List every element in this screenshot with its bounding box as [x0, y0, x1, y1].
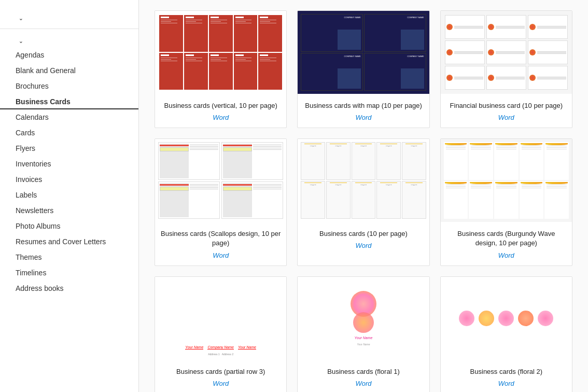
template-title-map-10: Business cards with map (10 per page) [303, 101, 424, 110]
template-thumbnail-financial [441, 11, 572, 94]
template-info-floral2: Business cards (floral 2)Word [441, 360, 572, 392]
template-app-map-10: Word [303, 114, 424, 121]
sidebar-item-timelines[interactable]: Timelines [0, 265, 138, 281]
sidebar-item-cards[interactable]: Cards [0, 125, 138, 141]
template-app-vertical-10: Word [160, 114, 281, 121]
template-info-map-10: Business cards with map (10 per page)Wor… [298, 94, 429, 128]
template-title-partial1: Business cards (partial row 3) [160, 367, 281, 376]
sidebar-item-agendas[interactable]: Agendas [0, 47, 138, 63]
sidebar-item-calendars[interactable]: Calendars [0, 109, 138, 125]
template-app-burgundy-10: Word [446, 251, 567, 259]
template-title-plain-10: Business cards (10 per page) [303, 229, 424, 239]
template-thumbnail-floral2 [441, 277, 572, 360]
browse-chevron-icon: ⌄ [19, 38, 23, 44]
template-card-floral2[interactable]: Business cards (floral 2)Word [440, 276, 572, 392]
template-info-burgundy-10: Business cards (Burgundy Wave design, 10… [441, 222, 572, 265]
browse-header: ⌄ [0, 33, 138, 47]
template-title-floral2: Business cards (floral 2) [446, 367, 567, 376]
template-card-financial-10[interactable]: Financial business card (10 per page)Wor… [440, 10, 572, 128]
template-info-floral1: Business cards (floral 1)Word [298, 360, 429, 392]
sidebar-item-inventories[interactable]: Inventories [0, 156, 138, 172]
main-content: Business cards (vertical, 10 per page)Wo… [139, 0, 588, 392]
template-title-vertical-10: Business cards (vertical, 10 per page) [160, 101, 281, 110]
template-thumbnail-scallops [155, 139, 286, 222]
sidebar-item-flyers[interactable]: Flyers [0, 141, 138, 156]
sidebar-items: AgendasBlank and GeneralBrochuresBusines… [0, 47, 138, 296]
sidebar-item-resumes[interactable]: Resumes and Cover Letters [0, 234, 138, 249]
template-card-plain-10[interactable]: YOUR NAMETitleYOUR NAMETitleYOUR NAMETit… [297, 138, 429, 265]
sidebar-item-invoices[interactable]: Invoices [0, 172, 138, 187]
template-title-financial-10: Financial business card (10 per page) [446, 101, 567, 110]
template-app-floral2: Word [446, 380, 567, 387]
template-app-partial1: Word [160, 380, 281, 387]
sidebar: ⌄ ⌄ AgendasBlank and GeneralBrochuresBus… [0, 0, 139, 392]
sidebar-item-photo-albums[interactable]: Photo Albums [0, 218, 138, 234]
template-card-vertical-10[interactable]: Business cards (vertical, 10 per page)Wo… [155, 10, 287, 128]
template-thumbnail-floral1: Your Name Your Name [298, 277, 429, 360]
template-app-scallops-10: Word [160, 251, 281, 259]
favorites-chevron-icon: ⌄ [19, 16, 23, 21]
template-thumbnail-burgundy [441, 139, 572, 222]
template-thumbnail-plain10: YOUR NAMETitleYOUR NAMETitleYOUR NAMETit… [298, 139, 429, 222]
template-app-financial-10: Word [446, 114, 567, 121]
sidebar-item-newsletters[interactable]: Newsletters [0, 203, 138, 218]
template-card-map-10[interactable]: COMPANY NAMECOMPANY NAMECOMPANY NAMECOMP… [297, 10, 429, 128]
template-info-plain-10: Business cards (10 per page)Word [298, 222, 429, 256]
template-thumbnail-partial1: Your Name Company Name Your Name Address… [155, 277, 286, 360]
sidebar-item-address-books[interactable]: Address books [0, 281, 138, 296]
template-card-floral1[interactable]: Your Name Your Name Business cards (flor… [297, 276, 429, 392]
template-thumbnail-map: COMPANY NAMECOMPANY NAMECOMPANY NAMECOMP… [298, 11, 429, 94]
favorites-header: ⌄ [0, 10, 138, 24]
template-app-floral1: Word [303, 380, 424, 387]
sidebar-item-blank-general[interactable]: Blank and General [0, 63, 138, 78]
sidebar-item-themes[interactable]: Themes [0, 249, 138, 265]
sidebar-item-labels[interactable]: Labels [0, 187, 138, 203]
template-title-floral1: Business cards (floral 1) [303, 367, 424, 376]
template-grid: Business cards (vertical, 10 per page)Wo… [155, 10, 572, 392]
sidebar-item-business-cards[interactable]: Business Cards [0, 94, 138, 109]
template-title-scallops-10: Business cards (Scallops design, 10 per … [160, 229, 281, 248]
template-card-partial1[interactable]: Your Name Company Name Your Name Address… [155, 276, 287, 392]
template-info-scallops-10: Business cards (Scallops design, 10 per … [155, 222, 286, 265]
template-info-partial1: Business cards (partial row 3)Word [155, 360, 286, 392]
template-card-burgundy-10[interactable]: Business cards (Burgundy Wave design, 10… [440, 138, 572, 265]
template-card-scallops-10[interactable]: Business cards (Scallops design, 10 per … [155, 138, 287, 265]
template-thumbnail-vertical [155, 11, 286, 94]
template-app-plain-10: Word [303, 242, 424, 249]
template-title-burgundy-10: Business cards (Burgundy Wave design, 10… [446, 229, 567, 248]
sidebar-divider-1 [0, 29, 138, 29]
template-info-vertical-10: Business cards (vertical, 10 per page)Wo… [155, 94, 286, 128]
sidebar-item-brochures[interactable]: Brochures [0, 78, 138, 94]
template-info-financial-10: Financial business card (10 per page)Wor… [441, 94, 572, 128]
